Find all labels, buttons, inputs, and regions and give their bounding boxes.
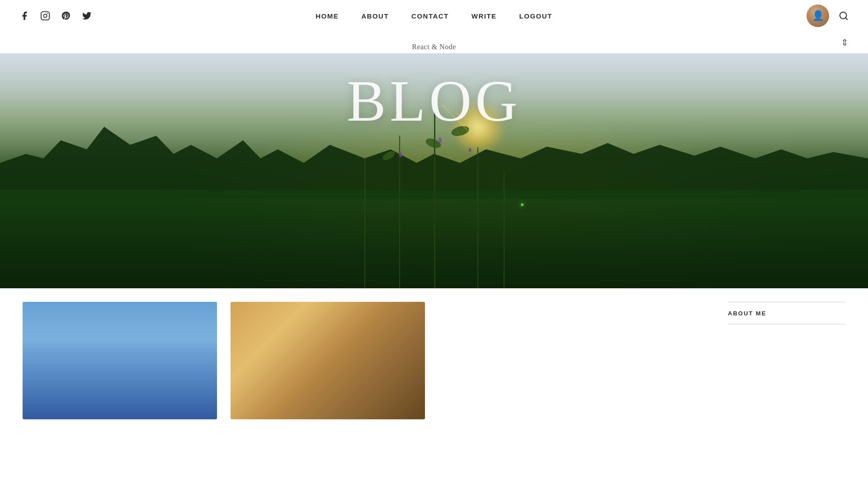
main-nav: HOME ABOUT CONTACT WRITE LOGOUT — [316, 12, 552, 20]
nav-home[interactable]: HOME — [316, 12, 339, 20]
plant-stem-2 — [399, 136, 400, 288]
user-avatar[interactable] — [807, 5, 829, 27]
site-header: HOME ABOUT CONTACT WRITE LOGOUT — [0, 0, 868, 32]
nav-about[interactable]: ABOUT — [361, 12, 389, 20]
plant-stem-5 — [504, 171, 505, 288]
svg-line-4 — [845, 18, 847, 19]
svg-point-1 — [43, 14, 47, 17]
flower-1 — [399, 152, 402, 157]
content-area: ABOUT ME — [0, 288, 868, 433]
facebook-icon[interactable] — [18, 9, 31, 22]
svg-point-2 — [47, 13, 48, 14]
hero-section: BLOG — [0, 53, 868, 288]
post-card-2[interactable] — [231, 302, 425, 419]
post-card-1[interactable] — [23, 302, 217, 419]
post-card-2-image — [231, 302, 425, 419]
about-me-section: ABOUT ME — [728, 302, 845, 324]
social-icons-group — [18, 9, 93, 22]
light-glint — [521, 203, 524, 206]
svg-rect-0 — [41, 12, 49, 20]
instagram-icon[interactable] — [39, 9, 52, 22]
nav-contact[interactable]: CONTACT — [411, 12, 449, 20]
plant-stem-4 — [477, 147, 478, 288]
hero-subtitle: React & Node — [412, 43, 456, 51]
pinterest-icon[interactable] — [60, 9, 72, 22]
posts-grid — [23, 302, 719, 419]
post-card-1-image — [23, 302, 217, 419]
sidebar: ABOUT ME — [719, 302, 845, 419]
plant-stem-3 — [434, 112, 435, 288]
header-right — [807, 5, 850, 27]
dropdown-arrow-icon[interactable]: ⇕ — [839, 37, 850, 48]
about-me-label: ABOUT ME — [728, 310, 766, 317]
search-button[interactable] — [837, 9, 850, 22]
flower-2 — [439, 137, 442, 143]
hero-subtitle-bar: React & Node ⇕ — [0, 32, 868, 53]
plant-stem-1 — [364, 159, 365, 288]
nav-logout[interactable]: LOGOUT — [519, 12, 552, 20]
twitter-icon[interactable] — [80, 9, 93, 22]
avatar-image — [807, 5, 829, 27]
hero-title: BLOG — [347, 67, 521, 135]
nav-write[interactable]: WRITE — [472, 12, 497, 20]
